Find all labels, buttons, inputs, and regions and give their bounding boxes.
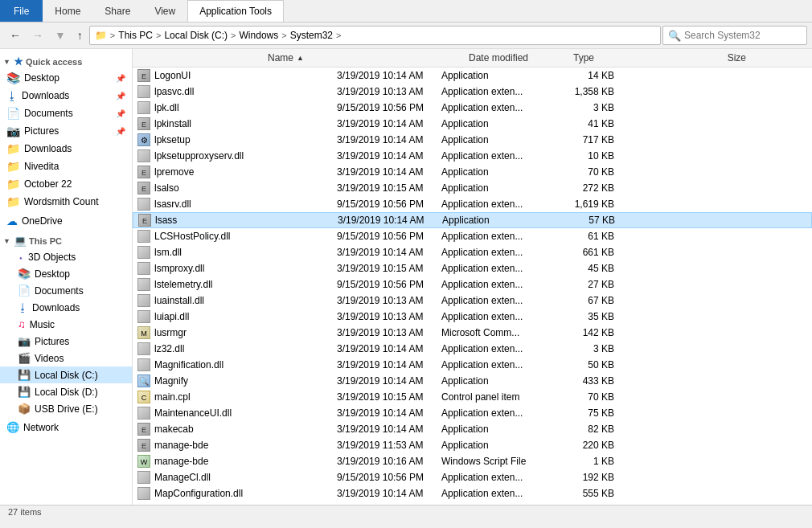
table-row[interactable]: E lsass 3/19/2019 10:14 AM Application 5… bbox=[133, 212, 812, 228]
sidebar-item-music[interactable]: ♫ Music bbox=[0, 316, 132, 333]
sidebar-item-pictures-pin[interactable]: 📷 Pictures 📌 bbox=[0, 122, 132, 140]
folder-icon-4: 📁 bbox=[6, 195, 20, 208]
file-icon: E bbox=[137, 212, 153, 228]
sidebar-group-quick-access[interactable]: ▼ ★ Quick access bbox=[0, 52, 132, 69]
sidebar-item-network[interactable]: 🌐 Network bbox=[0, 419, 132, 436]
table-row[interactable]: lpksetupproxyserv.dll 3/19/2019 10:14 AM… bbox=[133, 148, 812, 164]
file-icon bbox=[136, 244, 152, 260]
file-date: 3/19/2019 10:14 AM bbox=[337, 359, 441, 370]
table-row[interactable]: E lsalso 3/19/2019 10:15 AM Application … bbox=[133, 180, 812, 196]
addr-part-localdisk[interactable]: Local Disk (C:) bbox=[164, 30, 228, 41]
local-d-icon: 💾 bbox=[18, 386, 31, 398]
tab-share[interactable]: Share bbox=[92, 0, 142, 22]
forward-button[interactable]: → bbox=[27, 26, 48, 45]
table-row[interactable]: lsm.dll 3/19/2019 10:14 AM Application e… bbox=[133, 244, 812, 260]
table-row[interactable]: luiapi.dll 3/19/2019 10:13 AM Applicatio… bbox=[133, 309, 812, 325]
file-date: 3/19/2019 10:13 AM bbox=[337, 295, 441, 306]
addr-part-system32[interactable]: System32 bbox=[290, 30, 333, 41]
file-type: Application exten... bbox=[441, 407, 558, 419]
recent-button[interactable]: ▼ bbox=[50, 26, 71, 45]
table-row[interactable]: LCSHostPolicy.dll 9/15/2019 10:56 PM App… bbox=[133, 228, 812, 244]
file-size: 61 KB bbox=[558, 231, 622, 242]
table-row[interactable]: ManageCl.dll 9/15/2019 10:56 PM Applicat… bbox=[133, 469, 812, 485]
tab-view[interactable]: View bbox=[142, 0, 187, 22]
tab-app-tools[interactable]: Application Tools bbox=[187, 0, 284, 22]
sidebar-item-october22[interactable]: 📁 October 22 bbox=[0, 175, 132, 193]
sidebar-item-onedrive[interactable]: ☁ OneDrive bbox=[0, 212, 132, 230]
sidebar-section-quick-access: ▼ ★ Quick access 📚 Desktop 📌 ⭳ Downloads… bbox=[0, 52, 132, 211]
up-button[interactable]: ↑ bbox=[72, 26, 88, 45]
sidebar-item-downloads2[interactable]: 📁 Downloads bbox=[0, 140, 132, 158]
table-row[interactable]: E manage-bde 3/19/2019 11:53 AM Applicat… bbox=[133, 437, 812, 453]
sidebar-group-thispc[interactable]: ▼ 💻 This PC bbox=[0, 231, 132, 248]
table-row[interactable]: lpk.dll 9/15/2019 10:56 PM Application e… bbox=[133, 100, 812, 116]
file-name: lpksetupproxyserv.dll bbox=[152, 150, 337, 162]
file-type: Application exten... bbox=[441, 263, 558, 274]
file-icon: E bbox=[136, 164, 152, 180]
col-header-size[interactable]: Size bbox=[690, 52, 754, 63]
sidebar-item-3dobjects[interactable]: ⬩ 3D Objects bbox=[0, 248, 132, 265]
table-row[interactable]: MaintenanceUI.dll 3/19/2019 10:14 AM App… bbox=[133, 405, 812, 421]
tab-home[interactable]: Home bbox=[43, 0, 92, 22]
table-row[interactable]: Magnification.dll 3/19/2019 10:14 AM App… bbox=[133, 357, 812, 373]
pictures-icon: 📷 bbox=[6, 125, 20, 137]
table-row[interactable]: 🔍 Magnify 3/19/2019 10:14 AM Application… bbox=[133, 373, 812, 389]
table-row[interactable]: E lpkinstall 3/19/2019 10:14 AM Applicat… bbox=[133, 116, 812, 132]
file-size: 41 KB bbox=[558, 118, 622, 129]
sidebar-item-pictures-pin-label: Pictures bbox=[24, 125, 59, 137]
sidebar-item-desktop[interactable]: 📚 Desktop 📌 bbox=[0, 69, 132, 87]
file-list: E LogonUI 3/19/2019 10:14 AM Application… bbox=[133, 68, 812, 505]
sidebar-item-videos[interactable]: 🎬 Videos bbox=[0, 350, 132, 366]
address-bar[interactable]: 📁 > This PC > Local Disk (C:) > Windows … bbox=[89, 26, 661, 45]
table-row[interactable]: lsasrv.dll 9/15/2019 10:56 PM Applicatio… bbox=[133, 196, 812, 212]
table-row[interactable]: C main.cpl 3/19/2019 10:15 AM Control pa… bbox=[133, 389, 812, 405]
sidebar-item-pictures2[interactable]: 📷 Pictures bbox=[0, 333, 132, 350]
table-row[interactable]: E lpremove 3/19/2019 10:14 AM Applicatio… bbox=[133, 164, 812, 180]
sidebar-item-desktop2[interactable]: 📚 Desktop bbox=[0, 265, 132, 282]
table-row[interactable]: lsmproxy.dll 3/19/2019 10:15 AM Applicat… bbox=[133, 260, 812, 276]
table-row[interactable]: lpasvc.dll 3/19/2019 10:13 AM Applicatio… bbox=[133, 84, 812, 100]
file-type: Application bbox=[441, 166, 558, 178]
downloads3-icon: ⭳ bbox=[18, 301, 28, 313]
sidebar-item-downloads-pin[interactable]: ⭳ Downloads 📌 bbox=[0, 87, 132, 104]
sidebar-item-documents-pin[interactable]: 📄 Documents 📌 bbox=[0, 104, 132, 122]
file-date: 3/19/2019 10:14 AM bbox=[337, 118, 441, 129]
table-row[interactable]: lstelemetry.dll 9/15/2019 10:56 PM Appli… bbox=[133, 276, 812, 293]
table-row[interactable]: MapConfiguration.dll 3/19/2019 10:14 AM … bbox=[133, 485, 812, 501]
table-row[interactable]: E LogonUI 3/19/2019 10:14 AM Application… bbox=[133, 68, 812, 84]
table-row[interactable]: E makecab 3/19/2019 10:14 AM Application… bbox=[133, 421, 812, 437]
addr-part-windows[interactable]: Windows bbox=[240, 30, 279, 41]
sidebar-item-documents2[interactable]: 📄 Documents bbox=[0, 282, 132, 299]
table-row[interactable]: W manage-bde 3/19/2019 10:16 AM Windows … bbox=[133, 453, 812, 469]
col-header-name[interactable]: Name ▲ bbox=[268, 52, 469, 63]
sidebar-item-usb-e[interactable]: 📦 USB Drive (E:) bbox=[0, 400, 132, 417]
file-name: lz32.dll bbox=[152, 343, 337, 354]
sidebar-item-wordsmith[interactable]: 📁 Wordsmith Count bbox=[0, 193, 132, 211]
sort-arrow-icon: ▲ bbox=[297, 54, 304, 62]
table-row[interactable]: M lusrmgr 3/19/2019 10:13 AM Microsoft C… bbox=[133, 325, 812, 341]
desktop-icon: 📚 bbox=[6, 72, 20, 84]
network-icon: 🌐 bbox=[6, 421, 19, 433]
table-row[interactable]: luainstall.dll 3/19/2019 10:13 AM Applic… bbox=[133, 293, 812, 309]
file-type: Application exten... bbox=[441, 102, 558, 113]
search-box[interactable]: 🔍 bbox=[662, 26, 807, 45]
addr-part-thispc[interactable]: This PC bbox=[118, 30, 153, 41]
sidebar-section-thispc: ▼ 💻 This PC ⬩ 3D Objects 📚 Desktop 📄 Doc… bbox=[0, 231, 132, 417]
sidebar: ▼ ★ Quick access 📚 Desktop 📌 ⭳ Downloads… bbox=[0, 49, 133, 505]
file-name: Magnify bbox=[152, 375, 337, 387]
sidebar-item-downloads3[interactable]: ⭳ Downloads bbox=[0, 299, 132, 316]
sidebar-item-local-d[interactable]: 💾 Local Disk (D:) bbox=[0, 383, 132, 400]
sidebar-item-local-c[interactable]: 💾 Local Disk (C:) bbox=[0, 366, 132, 383]
documents-icon: 📄 bbox=[6, 107, 20, 120]
file-icon bbox=[136, 309, 152, 325]
sidebar-item-nivedita[interactable]: 📁 Nivedita bbox=[0, 158, 132, 175]
col-header-date[interactable]: Date modified bbox=[469, 52, 573, 63]
addr-sep-2: > bbox=[231, 31, 236, 40]
search-input[interactable] bbox=[684, 30, 802, 41]
table-row[interactable]: ⚙ lpksetup 3/19/2019 10:14 AM Applicatio… bbox=[133, 132, 812, 148]
back-button[interactable]: ← bbox=[5, 26, 26, 45]
col-header-type[interactable]: Type bbox=[573, 52, 690, 63]
table-row[interactable]: lz32.dll 3/19/2019 10:14 AM Application … bbox=[133, 341, 812, 357]
sidebar-desktop2-label: Desktop bbox=[35, 268, 70, 280]
tab-file[interactable]: File bbox=[0, 0, 43, 22]
